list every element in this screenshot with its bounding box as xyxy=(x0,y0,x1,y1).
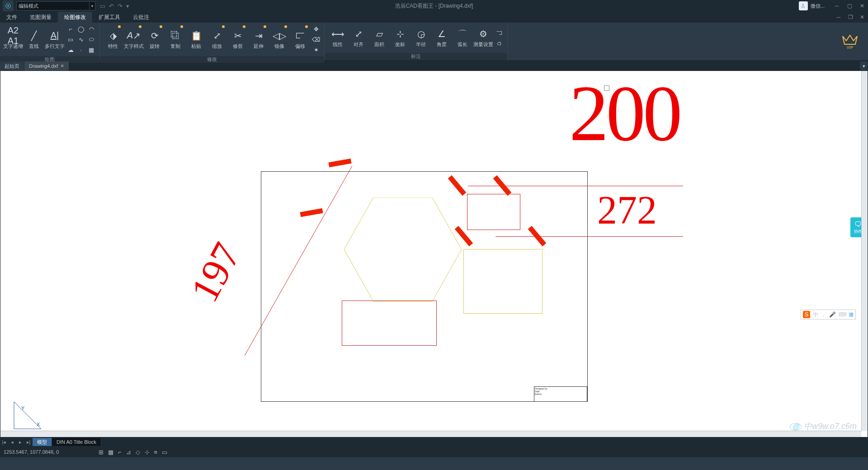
mtext-button[interactable]: A|多行文字 xyxy=(44,25,65,53)
vertical-scrollbar[interactable] xyxy=(861,71,868,431)
ime-toolbar[interactable]: S 中 ， 🎤 ⌨ ⊞ xyxy=(801,310,856,320)
inner-minimize-button[interactable]: ─ xyxy=(833,12,844,22)
qat-open-icon[interactable]: ▭ xyxy=(100,3,105,9)
qat-undo-icon[interactable]: ↶ xyxy=(109,3,114,9)
cursor-crosshair-icon xyxy=(604,85,609,91)
explode-icon[interactable]: ✶ xyxy=(311,45,321,54)
tab-layout[interactable]: DIN A0 Title Block xyxy=(52,438,101,446)
mirror-icon: ◁▷ xyxy=(273,29,286,42)
svg-text:X: X xyxy=(37,422,40,427)
layout-tabs: |◂ ◂ ▸ ▸| 模型 DIN A0 Title Block xyxy=(0,437,868,446)
otrack-icon[interactable]: ⊹ xyxy=(145,449,150,456)
tab-close-icon[interactable]: ✕ xyxy=(61,64,64,68)
rotate-button[interactable]: ⟳旋转 xyxy=(144,25,165,53)
ime-mic-icon[interactable]: 🎤 xyxy=(829,311,836,318)
menu-expand[interactable]: 扩展工具 xyxy=(92,12,127,23)
textstyle-button[interactable]: A↗文字样式 xyxy=(123,25,144,53)
user-avatar-icon[interactable]: ♙ xyxy=(799,1,808,10)
text-increment-button[interactable]: A2A1文字递增 xyxy=(3,25,24,53)
ime-menu-icon[interactable]: ⊞ xyxy=(849,311,854,318)
mtext-icon: A| xyxy=(48,29,61,42)
measure-set-button[interactable]: ⚙测量设置 xyxy=(473,24,494,52)
nav-prev-icon[interactable]: ◂ xyxy=(8,439,16,445)
polar-icon[interactable]: ⊿ xyxy=(126,449,131,456)
radius-button[interactable]: ◶半径 xyxy=(410,24,431,52)
spline-icon[interactable]: ∿ xyxy=(76,35,85,44)
props-button[interactable]: ⬗特性 xyxy=(103,25,123,53)
rotate-icon: ⟳ xyxy=(148,29,161,42)
ime-punct-icon[interactable]: ， xyxy=(821,311,826,319)
trim-button[interactable]: ✂修剪 xyxy=(227,25,248,53)
aligned-icon: ⤢ xyxy=(352,28,365,40)
tab-drawing[interactable]: Drawing4.dxf✕ xyxy=(24,61,69,70)
qat-redo-icon[interactable]: ↷ xyxy=(118,3,123,9)
arclen-button[interactable]: ⌒弧长 xyxy=(452,24,473,52)
offset-button[interactable]: ⫍偏移 xyxy=(290,25,311,53)
mirror-button[interactable]: ◁▷镜像 xyxy=(269,25,290,53)
ime-zh[interactable]: 中 xyxy=(813,311,818,319)
revcloud-icon[interactable]: ☁ xyxy=(66,45,75,54)
quick-access-toolbar: ▭ ↶ ↷ ▾ xyxy=(100,3,129,9)
move-icon[interactable]: ✥ xyxy=(311,24,321,33)
rect-icon[interactable]: ▭ xyxy=(66,35,75,44)
linear-icon: ⟷ xyxy=(331,28,344,40)
aligned-button[interactable]: ⤢对齐 xyxy=(348,24,369,52)
ellipse-icon[interactable]: ⬭ xyxy=(87,35,96,44)
line-button[interactable]: ╱直线 xyxy=(24,25,44,53)
menu-file[interactable]: 文件 xyxy=(0,12,24,23)
qat-more-icon[interactable]: ▾ xyxy=(126,3,129,9)
wechat-label[interactable]: 微信... xyxy=(811,3,825,9)
ime-keyboard-icon[interactable]: ⌨ xyxy=(839,311,846,318)
dimcont-icon[interactable]: ⫎ xyxy=(495,28,504,37)
point-icon[interactable]: · xyxy=(76,45,85,54)
area-button[interactable]: ▱面积 xyxy=(369,24,390,52)
menu-cloud[interactable]: 云批注 xyxy=(127,12,156,23)
osnap-icon[interactable]: ◇ xyxy=(136,449,140,456)
hatch-icon[interactable]: ▦ xyxy=(87,45,96,54)
vip-badge[interactable]: VIP xyxy=(832,23,868,60)
extend-button[interactable]: ⇥延伸 xyxy=(248,25,269,53)
scale-icon: ⤢ xyxy=(211,29,223,42)
angle-button[interactable]: ∠角度 xyxy=(431,24,452,52)
close-button[interactable]: ✕ xyxy=(856,1,868,11)
lineweight-icon[interactable]: ≡ xyxy=(154,449,158,456)
mode-select[interactable] xyxy=(16,1,90,10)
nav-next-icon[interactable]: ▸ xyxy=(16,439,24,445)
linear-button[interactable]: ⟷线性 xyxy=(327,24,348,52)
circle-icon[interactable]: ◯ xyxy=(76,24,85,33)
dimbase-icon[interactable]: ⫏ xyxy=(495,38,504,47)
mode-dropdown-icon[interactable]: ▾ xyxy=(89,1,95,10)
erase-icon[interactable]: ⌫ xyxy=(311,35,321,44)
paste-button[interactable]: 📋粘贴 xyxy=(186,25,207,53)
menu-edit[interactable]: 绘图修改 xyxy=(58,12,92,23)
snap-grid-icon[interactable]: ⊞ xyxy=(99,449,104,456)
tab-model[interactable]: 模型 xyxy=(33,438,52,446)
ribbon-group-dim: ⟷线性 ⤢对齐 ▱面积 ⊹坐标 ◶半径 ∠角度 ⌒弧长 ⚙测量设置 ⫎ ⫏ 标注 xyxy=(325,23,508,60)
modify-flyout: ✥ ⌫ ✶ xyxy=(311,24,321,55)
copy-button[interactable]: ⿻复制 xyxy=(165,25,186,53)
minimize-button[interactable]: ─ xyxy=(831,1,843,11)
inner-restore-button[interactable]: ❐ xyxy=(844,12,856,22)
dim-flyout: ⫎ ⫏ xyxy=(494,27,505,48)
ortho-icon[interactable]: ⌐ xyxy=(118,449,122,456)
copy-icon: ⿻ xyxy=(169,29,182,42)
window-title: 浩辰CAD看图王 - [Drawing4.dxf] xyxy=(395,2,473,10)
tab-start[interactable]: 起始页 xyxy=(0,61,24,70)
coord-button[interactable]: ⊹坐标 xyxy=(390,24,410,52)
dyn-icon[interactable]: ▭ xyxy=(162,449,167,456)
text-inc-icon: A2A1 xyxy=(7,29,19,42)
inner-close-button[interactable]: ✕ xyxy=(856,12,868,22)
chat-icon: 🗨 xyxy=(854,221,862,229)
menu-view[interactable]: 览图测量 xyxy=(24,12,58,23)
scale-button[interactable]: ⤢缩放 xyxy=(207,25,227,53)
maximize-button[interactable]: ▢ xyxy=(844,1,855,11)
rect-yellow xyxy=(463,249,542,314)
snap-icon[interactable]: ▦ xyxy=(108,449,113,456)
horizontal-scrollbar[interactable] xyxy=(0,431,861,437)
arc-icon[interactable]: ◠ xyxy=(87,24,96,33)
tab-list-icon[interactable]: ▾ xyxy=(860,61,868,70)
polyline-icon[interactable]: ⌐ xyxy=(66,24,75,33)
nav-last-icon[interactable]: ▸| xyxy=(24,439,33,445)
drawing-area[interactable]: Designed byDateEdition 200 272 197 Y X 🗨… xyxy=(0,70,868,437)
nav-first-icon[interactable]: |◂ xyxy=(0,439,8,445)
